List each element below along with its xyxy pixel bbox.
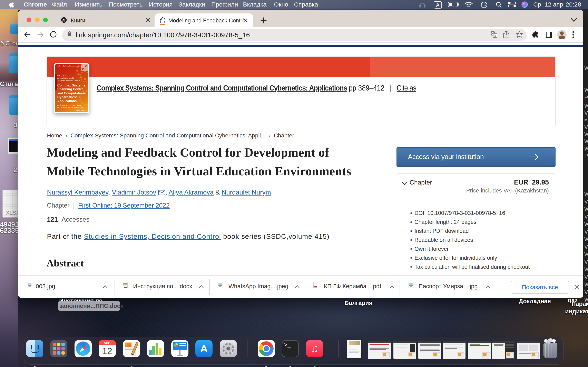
svg-text:文: 文 [494, 34, 497, 37]
